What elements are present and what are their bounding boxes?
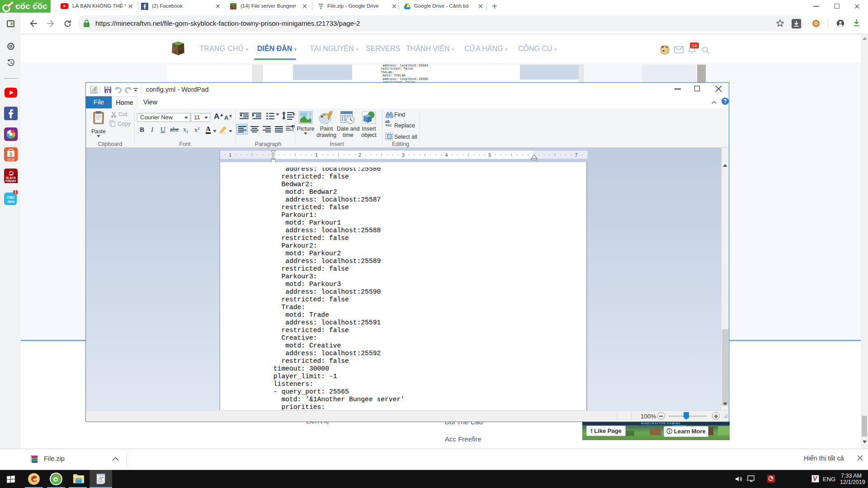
svg-text:-50%: -50%: [6, 200, 15, 204]
svg-text:TIKI: TIKI: [7, 195, 14, 200]
svg-text:S: S: [9, 152, 13, 157]
svg-text:3: 3: [402, 152, 405, 158]
svg-text:BLACK: BLACK: [6, 176, 16, 179]
svg-text:A: A: [99, 475, 102, 481]
svg-text:12.12: 12.12: [7, 158, 15, 161]
svg-text:1: 1: [229, 152, 231, 158]
svg-text:ac: ac: [387, 123, 392, 127]
svg-text:7: 7: [575, 152, 578, 158]
svg-text:5: 5: [488, 152, 491, 158]
svg-text:4: 4: [445, 152, 448, 158]
svg-text:2: 2: [359, 152, 361, 158]
svg-text:FRIDAY: FRIDAY: [5, 179, 16, 183]
svg-text:1: 1: [315, 152, 318, 158]
